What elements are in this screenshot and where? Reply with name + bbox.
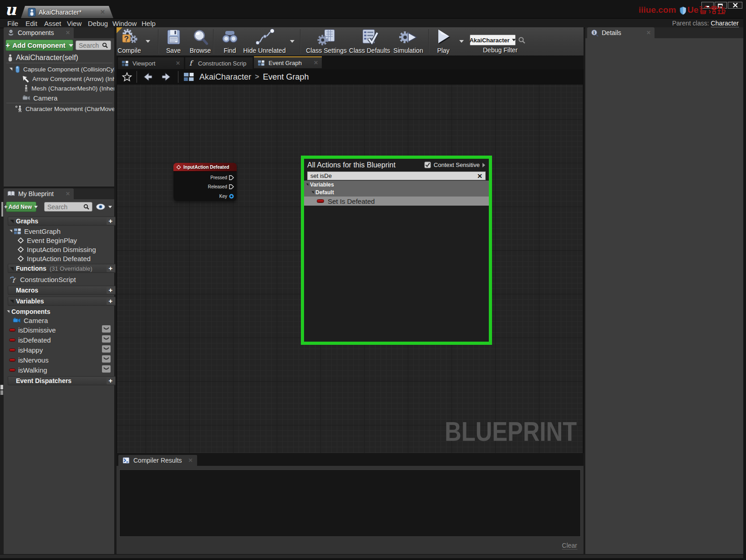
- tree-row-capsule[interactable]: Capsule Component (CollisionCylind: [9, 65, 114, 74]
- debug-search-icon[interactable]: [518, 36, 526, 44]
- menu-window[interactable]: Window: [112, 20, 137, 27]
- menu-help[interactable]: Help: [142, 20, 156, 27]
- tab-viewport[interactable]: Viewport ✕: [118, 57, 184, 69]
- expander-icon[interactable]: [10, 68, 12, 71]
- action-search-input[interactable]: set isDe ✕: [307, 172, 486, 180]
- asset-tab[interactable]: AkaiCharacter* ✕: [21, 6, 113, 18]
- expander-icon[interactable]: [312, 192, 314, 194]
- tree-row-self[interactable]: AkaiCharacter(self): [7, 53, 114, 62]
- pin-key[interactable]: Key: [219, 194, 234, 199]
- play-options-caret-icon[interactable]: [459, 40, 464, 43]
- add-function-button[interactable]: +: [107, 265, 115, 272]
- menu-file[interactable]: File: [7, 20, 18, 27]
- tab-close-icon[interactable]: ✕: [246, 60, 253, 66]
- asset-tab-close-icon[interactable]: ✕: [100, 9, 105, 15]
- play-button[interactable]: Play: [426, 28, 461, 55]
- add-variable-button[interactable]: +: [107, 298, 115, 305]
- my-blueprint-search-input[interactable]: Search: [44, 202, 92, 212]
- row-inputaction-defeated[interactable]: InputAction Defeated: [17, 254, 114, 263]
- compiler-tab-close-icon[interactable]: ✕: [188, 457, 193, 464]
- components-tab-close-icon[interactable]: ✕: [61, 30, 70, 36]
- section-variables[interactable]: Variables +: [8, 297, 116, 306]
- add-component-button[interactable]: + Add Component: [5, 40, 73, 51]
- variable-visibility-toggle[interactable]: [102, 345, 111, 353]
- variable-visibility-toggle[interactable]: [102, 355, 111, 363]
- add-event-dispatcher-button[interactable]: +: [107, 377, 115, 384]
- row-var-isnervous[interactable]: isNervous: [9, 355, 100, 364]
- parent-class-link[interactable]: Character: [711, 20, 739, 27]
- compiler-output-area[interactable]: [119, 469, 581, 537]
- class-settings-button[interactable]: Class Settings: [305, 28, 347, 55]
- variable-visibility-toggle[interactable]: [102, 325, 111, 333]
- row-var-isdismissive[interactable]: isDismissive: [9, 325, 100, 334]
- add-new-button[interactable]: + Add New: [6, 202, 36, 212]
- close-button[interactable]: [728, 2, 742, 9]
- row-camera-variable[interactable]: Camera: [13, 316, 114, 325]
- class-defaults-button[interactable]: Class Defaults: [349, 28, 391, 55]
- hide-unrelated-caret-icon[interactable]: [290, 40, 294, 43]
- exec-pin-icon[interactable]: [229, 175, 234, 180]
- visibility-eye-icon[interactable]: [96, 203, 107, 210]
- context-expand-arrow-icon[interactable]: [482, 163, 485, 167]
- clear-button[interactable]: Clear: [562, 542, 577, 550]
- key-pin-icon[interactable]: [229, 194, 234, 199]
- visibility-caret-icon[interactable]: [108, 206, 112, 208]
- action-search-clear-icon[interactable]: ✕: [477, 172, 482, 180]
- node-header[interactable]: InputAction Defeated: [173, 163, 237, 172]
- compile-options-caret-icon[interactable]: [146, 40, 150, 43]
- row-var-ishappy[interactable]: isHappy: [9, 345, 100, 354]
- forward-arrow-icon[interactable]: [161, 72, 172, 82]
- row-inputaction-dismissing[interactable]: InputAction Dismissing: [17, 245, 114, 254]
- node-inputaction-defeated[interactable]: InputAction Defeated Pressed Released Ke…: [173, 163, 237, 201]
- tab-event-graph[interactable]: Event Graph ✕: [254, 56, 322, 68]
- details-tab-close-icon[interactable]: ✕: [642, 30, 651, 36]
- my-blueprint-tab-close-icon[interactable]: ✕: [61, 191, 70, 197]
- row-event-beginplay[interactable]: Event BeginPlay: [17, 236, 114, 245]
- tab-close-icon[interactable]: ✕: [306, 60, 318, 66]
- my-blueprint-panel-tab[interactable]: My Blueprint ✕: [4, 188, 74, 199]
- section-expander-icon[interactable]: [10, 300, 14, 303]
- add-graph-button[interactable]: +: [107, 217, 115, 225]
- tab-compiler-results[interactable]: Compiler Results ✕: [118, 455, 197, 466]
- tree-row-camera[interactable]: Camera: [22, 93, 114, 102]
- action-row-set-is-defeated[interactable]: Set Is Defeated: [304, 197, 489, 206]
- components-panel-tab[interactable]: Components ✕: [4, 27, 74, 38]
- section-graphs[interactable]: Graphs +: [8, 217, 116, 226]
- row-eventgraph[interactable]: EventGraph: [9, 227, 114, 236]
- row-constructionscript[interactable]: f ConstructionScript: [9, 275, 114, 284]
- section-expander-icon[interactable]: [10, 267, 14, 271]
- hide-unrelated-button[interactable]: Hide Unrelated: [241, 28, 288, 55]
- section-event-dispatchers[interactable]: Event Dispatchers +: [8, 376, 116, 385]
- tree-row-mesh[interactable]: Mesh (CharacterMesh0) (Inherited): [24, 84, 114, 93]
- expander-icon[interactable]: [306, 183, 309, 186]
- menu-view[interactable]: View: [67, 20, 81, 27]
- section-expander-icon[interactable]: [10, 220, 14, 223]
- expander-icon[interactable]: [10, 230, 12, 232]
- details-panel-tab[interactable]: i Details ✕: [587, 27, 655, 38]
- row-components-category[interactable]: Components: [6, 307, 114, 316]
- tab-construction-script[interactable]: f Construction Scrip ✕: [185, 57, 253, 69]
- simulation-button[interactable]: Simulation: [388, 28, 428, 55]
- variable-visibility-toggle[interactable]: [102, 335, 111, 343]
- row-var-isdefeated[interactable]: isDefeated: [9, 335, 100, 344]
- pin-released[interactable]: Released: [208, 184, 234, 189]
- components-search-input[interactable]: Search: [76, 40, 111, 50]
- tab-close-icon[interactable]: ✕: [168, 60, 180, 66]
- row-var-iswalking[interactable]: isWalking: [9, 365, 100, 374]
- tree-row-charmove[interactable]: Character Movement (CharMoveCom: [15, 104, 114, 113]
- favorite-star-icon[interactable]: [122, 72, 132, 82]
- section-macros[interactable]: Macros +: [8, 286, 116, 295]
- tree-row-arrow[interactable]: Arrow Component (Arrow) (Inherite: [22, 74, 114, 83]
- action-row-default[interactable]: Default: [304, 188, 489, 197]
- menu-debug[interactable]: Debug: [88, 20, 108, 27]
- collapsed-drawer-icon[interactable]: [0, 390, 3, 395]
- breadcrumb-root[interactable]: AkaiCharacter: [199, 72, 251, 82]
- context-sensitive-checkbox[interactable]: [424, 161, 431, 168]
- debug-object-dropdown[interactable]: AkaiCharacter: [470, 35, 516, 45]
- back-arrow-icon[interactable]: [142, 72, 153, 82]
- pin-pressed[interactable]: Pressed: [210, 175, 234, 180]
- exec-pin-icon[interactable]: [229, 184, 234, 189]
- variable-visibility-toggle[interactable]: [102, 365, 111, 373]
- menu-edit[interactable]: Edit: [25, 20, 37, 27]
- breadcrumb-leaf[interactable]: Event Graph: [263, 72, 309, 82]
